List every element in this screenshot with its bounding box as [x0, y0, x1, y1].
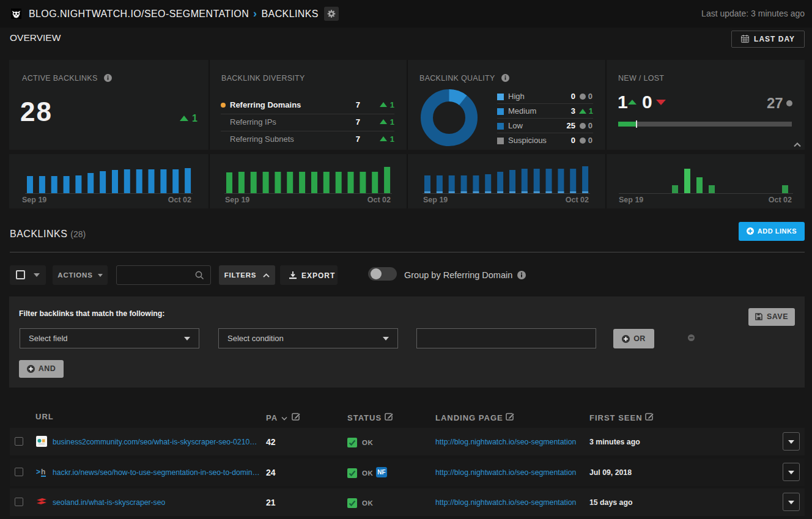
svg-text:>: >: [36, 468, 40, 476]
svg-text:h: h: [41, 468, 45, 476]
